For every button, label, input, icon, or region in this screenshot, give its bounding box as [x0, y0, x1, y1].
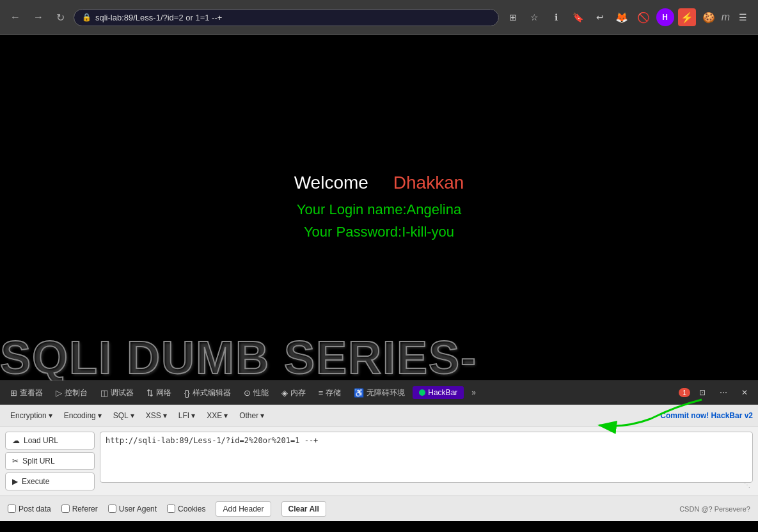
accessibility-icon: ♿ [354, 388, 364, 398]
menu-button[interactable]: ☰ [734, 8, 752, 26]
hackbar-main: ☁ Load URL ✂ Split URL ▶ Execute [0, 426, 758, 496]
back-arrow-button[interactable]: ↩ [591, 8, 609, 26]
qr-code-button[interactable]: ⊞ [504, 8, 522, 26]
encoding-label: Encoding [64, 411, 96, 420]
post-data-label: Post data [19, 505, 51, 513]
xss-menu[interactable]: XSS ▾ [141, 409, 172, 422]
devtool-perf-btn[interactable]: ⊙ 性能 [239, 386, 274, 400]
cookies-input[interactable] [167, 505, 175, 513]
fox-extension-icon[interactable]: 🦊 [613, 8, 631, 26]
debugger-label: 调试器 [111, 387, 134, 398]
xss-arrow-icon: ▾ [163, 411, 167, 420]
lfi-arrow-icon: ▾ [191, 411, 195, 420]
refresh-button[interactable]: ↻ [52, 9, 68, 26]
forward-button[interactable]: → [29, 9, 47, 26]
post-data-input[interactable] [8, 505, 16, 513]
devtools-close-btn[interactable]: ✕ [736, 386, 753, 399]
clear-all-button[interactable]: Clear All [281, 501, 326, 517]
load-url-button[interactable]: ☁ Load URL [5, 432, 95, 450]
hackbar-panel: Encryption ▾ Encoding ▾ SQL ▾ XSS ▾ LFI … [0, 405, 758, 521]
address-bar[interactable]: 🔒 sqli-lab:89/Less-1/?id=2 or 1=1 --+ [74, 9, 499, 26]
storage-label: 存储 [326, 387, 341, 398]
encryption-arrow-icon: ▾ [49, 411, 52, 420]
devtool-console-btn[interactable]: ▷ 控制台 [51, 386, 93, 400]
url-input[interactable] [100, 432, 753, 483]
lock-icon: 🔒 [82, 13, 91, 22]
cookies-label: Cookies [178, 505, 205, 513]
post-data-checkbox[interactable]: Post data [8, 505, 51, 513]
accessibility-label: 无障碍环境 [367, 387, 405, 398]
welcome-word: Welcome [294, 173, 368, 192]
no-icon[interactable]: 🚫 [635, 8, 652, 26]
back-button[interactable]: ← [6, 9, 24, 26]
bookmark-manager-button[interactable]: 🔖 [569, 8, 587, 26]
xxe-arrow-icon: ▾ [224, 411, 228, 420]
sqli-banner: SQLI DUMB SERIES- [0, 334, 758, 380]
cookie-icon[interactable]: 🍪 [700, 8, 718, 26]
storage-icon: ≡ [319, 388, 324, 398]
encryption-menu[interactable]: Encryption ▾ [5, 409, 58, 422]
user-agent-checkbox[interactable]: User Agent [108, 505, 157, 513]
console-icon: ▷ [56, 388, 62, 398]
perf-icon: ⊙ [244, 388, 251, 398]
devtool-storage-btn[interactable]: ≡ 存储 [313, 386, 347, 400]
other-menu[interactable]: Other ▾ [234, 409, 269, 422]
split-url-label: Split URL [22, 457, 55, 465]
network-icon: ⇅ [146, 388, 154, 398]
hackbar-tab[interactable]: HackBar [413, 386, 464, 399]
login-info: Your Login name:Angelina Your Password:I… [297, 198, 461, 243]
username-display: Dhakkan [393, 173, 464, 192]
devtool-network-btn[interactable]: ⇅ 网络 [141, 386, 177, 400]
style-label: 样式编辑器 [193, 387, 231, 398]
other-arrow-icon: ▾ [260, 411, 264, 420]
sql-arrow-icon: ▾ [130, 411, 134, 420]
hackbar-dot [419, 389, 425, 396]
perf-label: 性能 [253, 387, 269, 398]
xxe-label: XXE [207, 411, 222, 420]
encoding-menu[interactable]: Encoding ▾ [59, 409, 107, 422]
inspector-icon: ⊞ [10, 388, 17, 398]
devtool-style-btn[interactable]: {} 样式编辑器 [179, 386, 236, 400]
execute-label: Execute [22, 477, 49, 486]
load-url-icon: ☁ [12, 436, 20, 445]
hackbar-extension-icon[interactable]: H [656, 8, 674, 26]
hackbar-toolbar: Encryption ▾ Encoding ▾ SQL ▾ XSS ▾ LFI … [0, 405, 758, 426]
style-icon: {} [184, 388, 190, 398]
browser-chrome: ← → ↻ 🔒 sqli-lab:89/Less-1/?id=2 or 1=1 … [0, 0, 758, 35]
devtool-accessibility-btn[interactable]: ♿ 无障碍环境 [349, 386, 410, 400]
devtools-more-btn[interactable]: » [466, 386, 481, 399]
devtool-inspector-btn[interactable]: ⊞ 查看器 [5, 386, 48, 400]
execute-button[interactable]: ▶ Execute [5, 473, 95, 490]
other-label: Other [239, 411, 258, 420]
encoding-arrow-icon: ▾ [98, 411, 102, 420]
info-button[interactable]: ℹ [548, 8, 565, 26]
referer-checkbox[interactable]: Referer [61, 505, 98, 513]
add-header-label: Add Header [223, 505, 264, 513]
cookies-checkbox[interactable]: Cookies [167, 505, 205, 513]
xxe-menu[interactable]: XXE ▾ [201, 409, 233, 422]
main-content: Welcome Dhakkan Your Login name:Angelina… [0, 35, 758, 380]
add-header-button[interactable]: Add Header [216, 501, 271, 517]
split-url-icon: ✂ [12, 457, 19, 465]
devtool-debugger-btn[interactable]: ◫ 调试器 [95, 386, 139, 400]
bookmark-button[interactable]: ☆ [526, 8, 544, 26]
devtools-resize-btn[interactable]: ⊡ [694, 386, 711, 399]
referer-input[interactable] [61, 505, 70, 513]
sql-label: SQL [113, 411, 129, 420]
user-agent-input[interactable] [108, 505, 116, 513]
user-agent-label: User Agent [119, 505, 157, 513]
devtools-ellipsis-btn[interactable]: ⋯ [715, 386, 732, 399]
login-name-line: Your Login name:Angelina [297, 198, 461, 221]
devtool-memory-btn[interactable]: ◈ 内存 [276, 386, 311, 400]
welcome-line: Welcome Dhakkan [294, 173, 464, 193]
hackbar-left-buttons: ☁ Load URL ✂ Split URL ▶ Execute [5, 432, 95, 490]
m-icon[interactable]: m [722, 12, 730, 23]
zap-extension-icon[interactable]: ⚡ [678, 8, 696, 26]
network-label: 网络 [156, 387, 171, 398]
sql-menu[interactable]: SQL ▾ [108, 409, 139, 422]
debugger-icon: ◫ [100, 388, 108, 398]
devtools-bar: ⊞ 查看器 ▷ 控制台 ◫ 调试器 ⇅ 网络 {} 样式编辑器 ⊙ 性能 ◈ 内… [0, 380, 758, 405]
split-url-button[interactable]: ✂ Split URL [5, 452, 95, 470]
lfi-menu[interactable]: LFI ▾ [173, 409, 200, 422]
referer-label: Referer [72, 505, 98, 513]
